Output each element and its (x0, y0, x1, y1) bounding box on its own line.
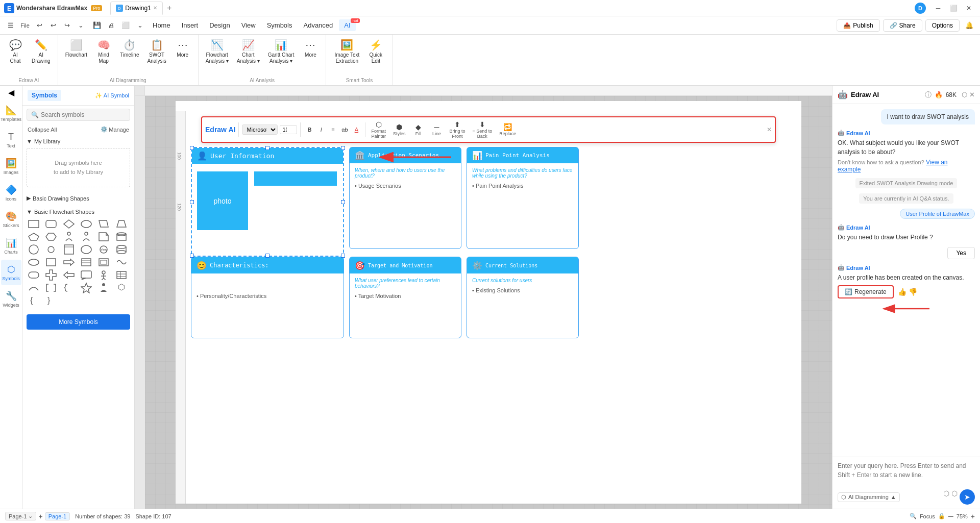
canvas-area[interactable]: -60 -40 -20 0 20 40 60 80 100 120 140 16… (135, 86, 832, 509)
more-actions-btn[interactable]: ⌄ (133, 19, 146, 32)
shape-pentagon[interactable] (27, 231, 41, 242)
shape-parallelogram[interactable] (96, 218, 111, 230)
shape-wave[interactable] (114, 257, 129, 268)
user-info-card[interactable]: 👤 User Information photo (191, 147, 344, 257)
nav-images[interactable]: 🖼️ Images (1, 154, 21, 179)
collapse-nav-btn[interactable]: ◀ (8, 88, 14, 97)
page-tab-1[interactable]: Page-1 ⌄ (5, 512, 36, 520)
user-profile-btn[interactable]: User Profile of EdrawMax (900, 209, 975, 219)
handle-right[interactable] (341, 200, 345, 204)
ribbon-image-text[interactable]: 🖼️ Image TextExtraction (332, 37, 363, 66)
mode-selector[interactable]: ⬡ AI Diagramming ▲ (838, 492, 900, 502)
shape-rect[interactable] (27, 218, 41, 230)
ft-fill[interactable]: ◆ Fill (410, 121, 426, 138)
nav-templates[interactable]: 📐 Templates (1, 101, 21, 126)
shape-chat[interactable] (79, 269, 93, 281)
minimize-btn[interactable]: ─ (931, 3, 945, 13)
ft-align-btn[interactable]: ≡ (327, 124, 338, 135)
ribbon-mindmap[interactable]: 🧠 MindMap (92, 37, 115, 66)
ft-format-painter[interactable]: ⬡ FormatPainter (369, 119, 388, 141)
app-scenarios-card[interactable]: 🏛️ Application Scenarios When, where and… (349, 147, 461, 249)
close-btn[interactable]: ✕ (962, 3, 976, 13)
ft-font-family[interactable]: Microsof (242, 124, 278, 135)
characteristics-card[interactable]: 😊 Characteristics: • Personality/Charact… (191, 257, 344, 338)
shape-circle[interactable] (27, 244, 41, 255)
menu-design[interactable]: Design (204, 19, 235, 31)
shape-trapezoid[interactable] (114, 218, 129, 230)
shape-brace[interactable] (62, 282, 76, 293)
shape-curly-brace[interactable]: { (27, 295, 41, 306)
shape-hexagon[interactable] (44, 231, 58, 242)
ft-send-back[interactable]: ⬇ = Send toBack (470, 119, 495, 141)
canvas-inner[interactable]: Edraw AI Microsof B I ≡ ab A (145, 96, 832, 509)
regenerate-btn[interactable]: 🔄 Regenerate (838, 285, 894, 298)
input-table-btn[interactable]: ⬡ (943, 489, 949, 505)
shape-badge[interactable]: Yes (96, 244, 111, 255)
nav-symbols[interactable]: ⬡ Symbols (1, 260, 21, 285)
user-avatar[interactable]: D (915, 3, 926, 14)
nav-widgets[interactable]: 🔧 Widgets (1, 286, 21, 312)
shape-rounded2[interactable] (27, 269, 41, 281)
ft-replace[interactable]: 🔁 Replace (497, 121, 519, 138)
my-library-title[interactable]: ▼ My Library (27, 137, 130, 146)
collapse-all-btn[interactable]: Collapse All (28, 127, 57, 133)
shape-brace2[interactable]: } (44, 295, 58, 306)
tab-drawing1[interactable]: D Drawing1 ✕ (110, 2, 163, 15)
thumbs-down-btn[interactable]: 👎 (909, 288, 917, 296)
flowchart-shapes-title[interactable]: ▼ Basic Flowchart Shapes (27, 207, 130, 216)
ribbon-chart-analysis[interactable]: 📈 ChartAnalysis ▾ (234, 37, 263, 66)
undo-btn[interactable]: ↩ (33, 19, 46, 32)
print-btn[interactable]: 🖨 (105, 19, 118, 32)
menu-view[interactable]: View (236, 19, 261, 31)
shape-arrow-right[interactable] (62, 257, 76, 268)
nav-charts[interactable]: 📊 Charts (1, 233, 21, 259)
ft-italic-btn[interactable]: I (315, 124, 327, 135)
nav-icons[interactable]: 🔷 Icons (1, 180, 21, 206)
page-tab-active[interactable]: Page-1 (45, 512, 70, 520)
ribbon-quick-edit[interactable]: ⚡ QuickEdit (364, 37, 387, 66)
shape-misc[interactable]: ⬡ (114, 282, 129, 293)
handle-top[interactable] (265, 146, 270, 150)
shape-person[interactable] (62, 231, 76, 242)
new-tab-btn[interactable]: + (165, 4, 174, 13)
input-attach-btn[interactable]: ⬡ (951, 489, 958, 505)
sidebar-tab-symbols[interactable]: Symbols (28, 90, 61, 101)
handle-bl[interactable] (190, 254, 194, 258)
shape-db[interactable] (114, 244, 129, 255)
more-symbols-btn[interactable]: More Symbols (27, 314, 130, 330)
menu-advanced[interactable]: Advanced (298, 19, 338, 31)
more-undo-btn[interactable]: ⌄ (74, 19, 87, 32)
menu-insert[interactable]: Insert (177, 19, 204, 31)
ribbon-swot[interactable]: 📋 SWOTAnalysis (144, 37, 169, 66)
panel-expand-btn[interactable]: ⬡ (962, 91, 967, 98)
thumbs-up-btn[interactable]: 👍 (898, 288, 906, 296)
current-solutions-card[interactable]: ⚙️ Current Solutions Current solutions f… (467, 257, 579, 338)
ribbon-timeline[interactable]: ⏱️ Timeline (117, 37, 142, 60)
shape-ellipse2[interactable] (27, 257, 41, 268)
pain-point-card[interactable]: 📊 Pain Point Analysis What problems and … (467, 147, 579, 249)
target-card[interactable]: 🎯 Target and Motivation What user prefer… (349, 257, 461, 338)
panel-close-btn[interactable]: ✕ (969, 91, 975, 98)
zoom-out-btn[interactable]: ─ (948, 512, 953, 520)
chat-input[interactable] (838, 461, 975, 486)
manage-btn[interactable]: ⚙️ Manage (101, 126, 129, 133)
publish-btn[interactable]: 📤 Publish (837, 19, 879, 32)
options-btn[interactable]: Options (925, 19, 960, 32)
nav-text[interactable]: T Text (1, 127, 21, 153)
shape-doc[interactable] (96, 231, 111, 242)
shape-bracket[interactable] (44, 282, 58, 293)
yes-button[interactable]: Yes (947, 247, 975, 259)
restore-btn[interactable]: ⬜ (946, 3, 961, 13)
shape-person3[interactable] (96, 269, 111, 281)
handle-tr[interactable] (341, 146, 345, 150)
export-btn[interactable]: ⬜ (119, 19, 132, 32)
shape-rounded[interactable] (79, 244, 93, 255)
shape-note[interactable] (62, 244, 76, 255)
ft-bring-front[interactable]: ⬆ Bring toFront (447, 119, 468, 141)
nav-stickers[interactable]: 🎨 Stickers (1, 207, 21, 232)
redo-btn[interactable]: ↪ (60, 19, 74, 32)
zoom-in-btn[interactable]: + (971, 512, 975, 520)
symbol-search-input[interactable] (41, 111, 126, 118)
shape-double-rect[interactable] (96, 257, 111, 268)
shape-person4[interactable] (96, 282, 111, 293)
